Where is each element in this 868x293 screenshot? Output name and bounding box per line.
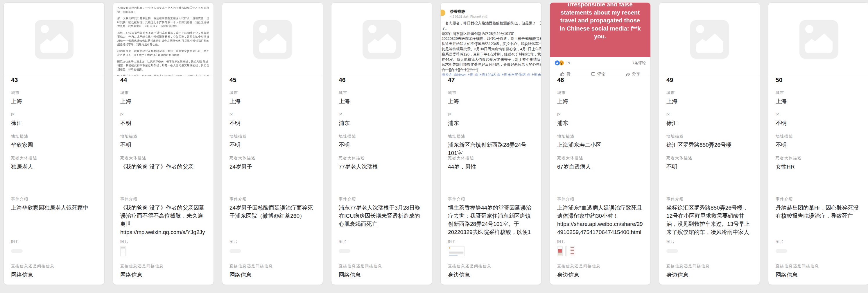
record-card[interactable]: 50 城市上海 区不明 地址描述不明 死者大体描述女性HR 事件介绍丹纳赫集团的… bbox=[768, 2, 868, 285]
field-label-address: 地址描述 bbox=[448, 134, 534, 139]
field-value-direct: 身边信息 bbox=[448, 271, 534, 279]
field-value-address: 浦东新区唐镇创新西路28弄24号101室 bbox=[448, 141, 534, 157]
card-cover-placeholder[interactable] bbox=[659, 3, 760, 76]
attachment-thumbnail[interactable] bbox=[229, 249, 241, 253]
field-value-district: 不明 bbox=[120, 119, 207, 127]
field-value-event: 上海华欣家园独居老人饿死家中 bbox=[11, 204, 97, 212]
comment-button[interactable]: 评论 bbox=[591, 71, 606, 76]
field-value-city: 上海 bbox=[666, 97, 753, 106]
field-label-address: 地址描述 bbox=[229, 134, 316, 139]
field-label-district: 区 bbox=[557, 112, 644, 117]
like-button-label: 赞 bbox=[566, 71, 570, 76]
attachment-thumbnail[interactable] bbox=[666, 249, 678, 253]
record-number: 44 bbox=[120, 77, 127, 83]
reaction-count: 19 bbox=[566, 61, 570, 65]
field-value-deceased: 女性HR bbox=[776, 163, 862, 171]
attachment-thumbnail[interactable] bbox=[776, 249, 787, 253]
field-value-district: 不明 bbox=[776, 119, 862, 127]
field-label-district: 区 bbox=[339, 112, 425, 117]
weibo-text-line: 了。 bbox=[441, 26, 541, 31]
field-value-district: 浦东 bbox=[448, 119, 534, 127]
field-label-direct: 直接信息还是间接信息 bbox=[776, 264, 862, 269]
card-cover-placeholder[interactable] bbox=[4, 3, 104, 76]
image-placeholder-icon bbox=[800, 20, 838, 59]
field-label-direct: 直接信息还是间接信息 bbox=[448, 264, 534, 269]
field-label-deceased: 死者大体描述 bbox=[11, 155, 97, 161]
attachment-thumbnail[interactable] bbox=[570, 246, 575, 256]
record-card[interactable]: 46 城市上海 区浦东 地址描述不明 死者大体描述77岁老人沈瑞根 事件介绍浦东… bbox=[331, 2, 432, 285]
field-label-event: 事件介绍 bbox=[776, 197, 862, 202]
field-value-city: 上海 bbox=[339, 97, 425, 106]
card-cover-image[interactable]: irresponsible and false statements about… bbox=[550, 3, 650, 76]
attachment-thumbnail[interactable] bbox=[565, 246, 567, 256]
like-reaction-icon bbox=[555, 60, 560, 66]
record-card[interactable]: 45 城市上海 区不明 地址描述不明 死者大体描述24岁男子 事件介绍24岁男子… bbox=[222, 2, 323, 285]
field-label-address: 地址描述 bbox=[11, 134, 97, 139]
share-button[interactable]: 分享 bbox=[626, 71, 640, 76]
field-value-district: 浦东 bbox=[339, 119, 425, 127]
record-card[interactable]: 49 城市上海 区徐汇 地址描述徐汇区罗秀路850弄26号楼 死者大体描述不明 … bbox=[659, 2, 760, 285]
field-label-deceased: 死者大体描述 bbox=[776, 155, 862, 161]
record-number: 50 bbox=[776, 77, 782, 83]
field-value-district: 徐汇 bbox=[666, 119, 753, 127]
weibo-avatar bbox=[441, 9, 445, 16]
field-value-event: 坐标徐汇区罗秀路850弄26号楼，12号在小区群里求救需要硝酸甘油，没见到救护车… bbox=[666, 204, 753, 237]
field-label-direct: 直接信息还是间接信息 bbox=[557, 264, 644, 269]
field-label-image: 图片 bbox=[120, 239, 207, 244]
cover-article-paragraph: 我四处求助，在我的物业及居委的帮助下拿到一张非常宝贵的通行证，整个小区就只有三张… bbox=[117, 50, 209, 57]
record-number: 49 bbox=[666, 77, 673, 83]
field-label-direct: 直接信息还是间接信息 bbox=[666, 264, 753, 269]
weibo-timestamp: 4-2 02:31 来自 iPhone客户端 bbox=[450, 15, 541, 19]
field-label-image: 图片 bbox=[229, 239, 316, 244]
field-label-address: 地址描述 bbox=[120, 134, 207, 139]
record-card[interactable]: 茶香禅静 4-2 02:31 来自 iPhone客户端 一名志愿者，昨日我投入路… bbox=[440, 2, 541, 285]
weibo-username: 茶香禅静 bbox=[450, 9, 541, 14]
weibo-text-line: 合十][合十][合十][合十] bbox=[441, 67, 541, 73]
attachment-thumbnail[interactable] bbox=[339, 249, 350, 253]
field-value-direct: 网络信息 bbox=[11, 271, 97, 279]
field-value-deceased: 77岁老人沈瑞根 bbox=[339, 163, 425, 171]
field-label-city: 城市 bbox=[11, 90, 97, 95]
field-label-image: 图片 bbox=[557, 239, 644, 244]
field-label-deceased: 死者大体描述 bbox=[448, 155, 534, 161]
card-cover-placeholder[interactable] bbox=[332, 3, 432, 76]
attachment-thumbnail[interactable] bbox=[557, 246, 563, 256]
like-button[interactable]: 赞 bbox=[560, 71, 570, 76]
field-label-image: 图片 bbox=[666, 239, 753, 244]
card-cover-placeholder[interactable] bbox=[222, 3, 323, 76]
cover-article-paragraph: 果然，4月3日被告知爸爸不得不进行高位截肢，由于下肢动脉硬化，整条腿要截去，作为… bbox=[117, 31, 209, 47]
field-value-event: 博主茶香禅静44岁的堂哥因延误治疗去世：我哥哥家住浦东新区唐镇创新西路28弄24… bbox=[448, 204, 534, 237]
field-label-district: 区 bbox=[120, 112, 207, 117]
record-card[interactable]: irresponsible and false statements about… bbox=[550, 2, 651, 285]
image-placeholder-icon bbox=[690, 20, 729, 59]
field-label-district: 区 bbox=[666, 112, 753, 117]
cover-article-paragraph: 那一天我觉得我们是幸运的，我还在朋友圈里感谢人民群众！感谢友爱！当时我的小区已被… bbox=[117, 17, 209, 28]
attachment-thumbnail[interactable] bbox=[448, 246, 465, 256]
field-label-city: 城市 bbox=[339, 90, 425, 95]
field-label-event: 事件介绍 bbox=[120, 197, 207, 202]
field-label-direct: 直接信息还是间接信息 bbox=[11, 264, 97, 269]
field-value-direct: 网络信息 bbox=[776, 271, 862, 279]
attachment-thumbnail[interactable] bbox=[120, 246, 126, 256]
attachment-thumbnail[interactable] bbox=[11, 249, 23, 253]
field-label-address: 地址描述 bbox=[666, 134, 753, 139]
cover-post-text: irresponsible and false statements about… bbox=[559, 3, 641, 40]
field-value-district: 徐汇 bbox=[11, 119, 97, 127]
image-placeholder-icon bbox=[363, 20, 401, 59]
card-cover-image[interactable]: 茶香禅静 4-2 02:31 来自 iPhone客户端 一名志愿者，昨日我投入路… bbox=[441, 3, 541, 76]
record-card[interactable]: 人都没有这样的机会，一个病人需要几十个人的同时帮助和关怀才有可能获得一丝的机会！… bbox=[113, 2, 214, 285]
field-label-image: 图片 bbox=[448, 239, 534, 244]
field-value-deceased: 《我的爸爸 没了》作者的父亲 bbox=[120, 163, 207, 171]
field-label-direct: 直接信息还是间接信息 bbox=[339, 264, 425, 269]
record-card[interactable]: 43 城市上海 区徐汇 地址描述华欣家园 死者大体描述独居老人 事件介绍上海华欣… bbox=[3, 2, 104, 285]
field-label-city: 城市 bbox=[557, 90, 644, 95]
card-cover-image[interactable]: 人都没有这样的机会，一个病人需要几十个人的同时帮助和关怀才有可能获得一丝的机会！… bbox=[113, 3, 214, 76]
field-value-address: 不明 bbox=[120, 141, 207, 149]
weibo-text-line: 20220329去医院采样核酸，以便1号血透，晚上被告知核酸异样，等待转移 bbox=[441, 36, 541, 41]
gallery-row: 43 城市上海 区徐汇 地址描述华欣家园 死者大体描述独居老人 事件介绍上海华欣… bbox=[0, 0, 868, 287]
field-value-direct: 网络信息 bbox=[120, 271, 207, 279]
card-cover-placeholder[interactable] bbox=[768, 3, 868, 76]
weibo-text-line: 联系居委呼叫120，直到下午1点才到，经过40分钟的抢救，我哥的生命 bbox=[441, 52, 541, 57]
field-label-city: 城市 bbox=[229, 90, 316, 95]
field-value-deceased: 独居老人 bbox=[11, 163, 97, 171]
